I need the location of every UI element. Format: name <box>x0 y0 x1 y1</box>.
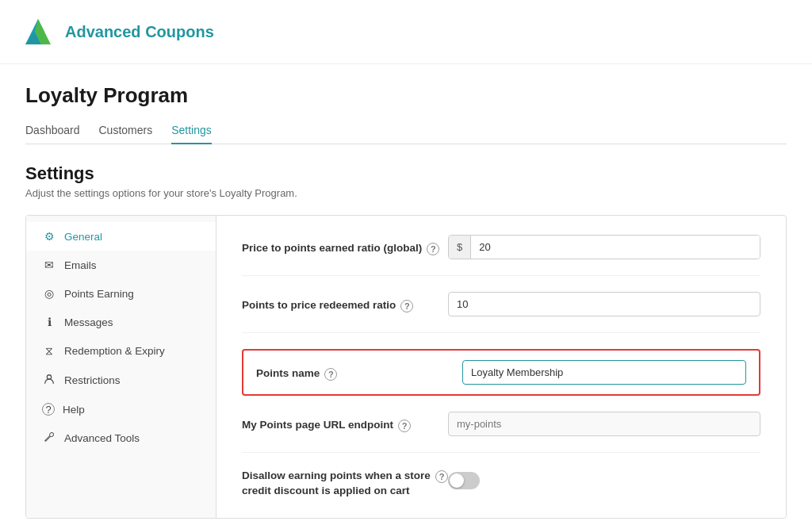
field-price-ratio: Price to points earned ratio (global) ? … <box>242 235 760 276</box>
price-ratio-input[interactable] <box>471 236 760 259</box>
field-label-disallow-earning: Disallow earning points when a store cre… <box>242 469 448 499</box>
tab-settings[interactable]: Settings <box>171 117 212 144</box>
field-label-points-ratio: Points to price redeemed ratio ? <box>242 292 448 313</box>
url-endpoint-input[interactable] <box>448 412 760 436</box>
field-label-price-ratio: Price to points earned ratio (global) ? <box>242 235 448 256</box>
sidebar-item-help[interactable]: ? Help <box>26 395 216 424</box>
sidebar-label-messages: Messages <box>64 316 113 328</box>
logo-icon <box>19 13 57 51</box>
help-icon-price-ratio[interactable]: ? <box>427 243 439 255</box>
settings-container: ⚙ General ✉ Emails ◎ Points Earning ℹ Me… <box>25 215 787 519</box>
field-control-points-ratio <box>448 292 760 316</box>
help-icon-points-name[interactable]: ? <box>324 368 337 381</box>
info-icon: ℹ <box>42 316 56 328</box>
user-icon <box>42 374 56 387</box>
tabs: Dashboard Customers Settings <box>25 117 787 144</box>
sidebar-label-emails: Emails <box>64 259 97 271</box>
sidebar-item-advanced-tools[interactable]: Advanced Tools <box>26 424 216 453</box>
sidebar-label-general: General <box>64 231 102 243</box>
field-control-disallow-earning <box>448 469 760 489</box>
tab-customers[interactable]: Customers <box>99 117 153 144</box>
sidebar-item-emails[interactable]: ✉ Emails <box>26 251 216 279</box>
field-label-url-endpoint: My Points page URL endpoint ? <box>242 412 448 433</box>
points-name-input[interactable] <box>462 360 746 385</box>
redemption-icon: ⧖ <box>42 344 56 358</box>
main-content: Price to points earned ratio (global) ? … <box>216 216 786 518</box>
svg-point-3 <box>47 375 51 379</box>
section-desc: Adjust the settings options for your sto… <box>25 187 787 199</box>
sidebar-label-restrictions: Restrictions <box>64 374 121 386</box>
header: Advanced Coupons <box>0 0 812 64</box>
points-icon: ◎ <box>42 287 56 300</box>
sidebar-label-help: Help <box>63 404 85 416</box>
logo: Advanced Coupons <box>19 13 214 51</box>
help-icon-disallow-earning[interactable]: ? <box>435 470 448 483</box>
field-url-endpoint: My Points page URL endpoint ? <box>242 412 760 453</box>
field-points-name: Points name ? <box>256 360 746 385</box>
points-ratio-input[interactable] <box>448 292 760 316</box>
field-control-points-name <box>462 360 746 385</box>
sidebar-label-redemption-expiry: Redemption & Expiry <box>64 345 165 357</box>
gear-icon: ⚙ <box>42 230 56 243</box>
sidebar-item-messages[interactable]: ℹ Messages <box>26 308 216 336</box>
page-title: Loyalty Program <box>25 83 787 108</box>
sidebar-item-points-earning[interactable]: ◎ Points Earning <box>26 279 216 308</box>
sidebar-label-points-earning: Points Earning <box>64 288 134 300</box>
field-disallow-earning: Disallow earning points when a store cre… <box>242 469 760 499</box>
wrench-icon <box>42 431 56 445</box>
sidebar-label-advanced-tools: Advanced Tools <box>64 432 140 444</box>
page-content: Loyalty Program Dashboard Customers Sett… <box>0 64 812 529</box>
logo-text: Advanced Coupons <box>65 23 214 41</box>
sidebar-item-restrictions[interactable]: Restrictions <box>26 366 216 395</box>
sidebar: ⚙ General ✉ Emails ◎ Points Earning ℹ Me… <box>26 216 216 518</box>
dollar-prefix: $ <box>449 236 471 259</box>
help-icon-points-ratio[interactable]: ? <box>400 300 413 312</box>
field-control-price-ratio: $ <box>448 235 760 259</box>
sidebar-item-redemption-expiry[interactable]: ⧖ Redemption & Expiry <box>26 336 216 366</box>
help-icon-url-endpoint[interactable]: ? <box>398 420 411 432</box>
field-points-ratio: Points to price redeemed ratio ? <box>242 292 760 333</box>
tab-dashboard[interactable]: Dashboard <box>25 117 80 144</box>
help-icon: ? <box>42 403 55 416</box>
disallow-earning-toggle[interactable] <box>448 472 480 489</box>
section-title: Settings <box>25 163 787 184</box>
price-ratio-input-group: $ <box>448 235 760 259</box>
field-label-points-name: Points name ? <box>256 360 462 381</box>
highlighted-points-name-row: Points name ? <box>242 349 760 396</box>
sidebar-item-general[interactable]: ⚙ General <box>26 222 216 251</box>
toggle-knob <box>450 473 464 488</box>
envelope-icon: ✉ <box>42 259 56 271</box>
field-control-url-endpoint <box>448 412 760 436</box>
